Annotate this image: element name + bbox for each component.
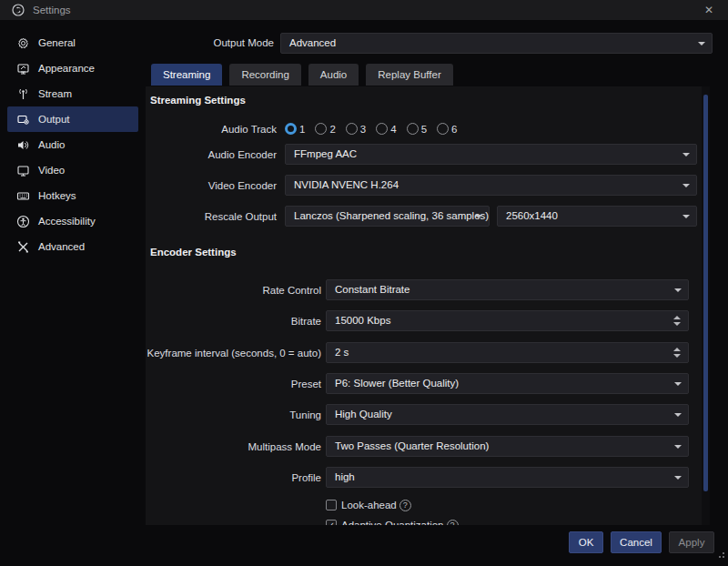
scrollbar-thumb[interactable] — [703, 95, 708, 491]
preset-label: Preset — [146, 379, 326, 389]
bitrate-label: Bitrate — [146, 316, 326, 327]
chevron-down-icon[interactable] — [673, 354, 681, 358]
sidebar-item-label: Output — [38, 114, 70, 125]
tab-audio[interactable]: Audio — [308, 64, 359, 86]
look-ahead-row: Look-ahead — [326, 498, 411, 512]
adaptive-quantization-row: Adaptive Quantization — [326, 518, 459, 525]
multipass-mode-select[interactable]: Two Passes (Quarter Resolution) — [326, 436, 689, 457]
chevron-down-icon — [674, 445, 682, 449]
rate-control-row: Rate Control Constant Bitrate — [146, 279, 689, 300]
profile-label: Profile — [146, 472, 326, 483]
chevron-down-icon — [475, 215, 482, 218]
adaptive-quantization-label: Adaptive Quantization — [341, 520, 444, 525]
tab-replay-buffer[interactable]: Replay Buffer — [366, 64, 452, 86]
audio-encoder-label: Audio Encoder — [146, 149, 285, 160]
radio-track-1[interactable] — [285, 123, 297, 135]
sidebar-item-hotkeys[interactable]: Hotkeys — [7, 183, 138, 208]
sidebar-item-video[interactable]: Video — [7, 157, 138, 183]
profile-select[interactable]: high — [326, 467, 689, 488]
tab-recording[interactable]: Recording — [229, 64, 300, 86]
antenna-icon — [16, 87, 30, 101]
look-ahead-checkbox[interactable] — [326, 500, 337, 510]
radio-track-5[interactable] — [407, 123, 419, 135]
rescale-resolution-select[interactable]: 2560x1440 — [497, 206, 697, 227]
chevron-down-icon — [674, 413, 682, 417]
encoder-settings-header: Encoder Settings — [150, 247, 237, 258]
output-tabs: Streaming Recording Audio Replay Buffer — [151, 64, 453, 86]
sidebar-item-accessibility[interactable]: Accessibility — [7, 208, 138, 234]
adaptive-quantization-checkbox[interactable] — [326, 520, 337, 525]
help-icon[interactable] — [447, 520, 459, 526]
tuning-label: Tuning — [146, 409, 326, 420]
sidebar-item-label: Video — [38, 165, 65, 176]
audio-track-row: Audio Track 1 2 3 4 5 6 — [146, 118, 467, 139]
bitrate-stepper[interactable]: 15000 Kbps — [326, 310, 689, 331]
output-icon — [16, 113, 30, 126]
sidebar-item-stream[interactable]: Stream — [7, 81, 138, 106]
keyframe-interval-stepper[interactable]: 2 s — [326, 342, 689, 363]
sidebar-item-output[interactable]: Output — [7, 106, 138, 132]
display-icon — [16, 164, 30, 177]
tab-streaming[interactable]: Streaming — [151, 64, 222, 86]
window-title: Settings — [33, 5, 71, 15]
obs-logo-icon — [12, 4, 25, 16]
multipass-mode-label: Multipass Mode — [146, 441, 326, 452]
rate-control-label: Rate Control — [146, 285, 326, 296]
keyframe-interval-label: Keyframe interval (seconds, 0 = auto) — [146, 348, 326, 359]
apply-button[interactable]: Apply — [669, 531, 714, 553]
video-encoder-row: Video Encoder NVIDIA NVENC H.264 — [146, 175, 697, 196]
accessibility-icon — [16, 215, 30, 228]
tuning-select[interactable]: High Quality — [326, 404, 689, 425]
radio-track-3[interactable] — [346, 123, 358, 135]
rate-control-select[interactable]: Constant Bitrate — [326, 279, 689, 300]
chevron-down-icon — [674, 288, 682, 292]
bitrate-row: Bitrate 15000 Kbps — [146, 310, 689, 331]
streaming-settings-header: Streaming Settings — [150, 95, 246, 106]
radio-track-6[interactable] — [437, 123, 449, 135]
rescale-output-row: Rescale Output Lanczos (Sharpened scalin… — [146, 206, 697, 227]
sidebar-item-appearance[interactable]: Appearance — [7, 56, 138, 81]
close-icon[interactable]: ✕ — [699, 0, 719, 20]
chevron-down-icon[interactable] — [673, 322, 681, 326]
audio-encoder-select[interactable]: FFmpeg AAC — [285, 144, 697, 165]
multipass-mode-row: Multipass Mode Two Passes (Quarter Resol… — [146, 436, 689, 457]
chevron-up-icon[interactable] — [673, 348, 681, 351]
output-mode-row: Output Mode Advanced — [146, 33, 719, 53]
chevron-down-icon — [682, 184, 690, 187]
keyframe-interval-row: Keyframe interval (seconds, 0 = auto) 2 … — [146, 342, 689, 363]
help-icon[interactable] — [399, 500, 411, 511]
chevron-down-icon — [682, 215, 690, 218]
video-encoder-select[interactable]: NVIDIA NVENC H.264 — [285, 175, 697, 196]
sidebar-item-label: Stream — [38, 88, 72, 99]
chevron-down-icon — [674, 382, 682, 386]
appearance-icon — [16, 62, 30, 76]
sidebar-item-label: Audio — [38, 139, 65, 150]
cancel-button[interactable]: Cancel — [611, 531, 662, 553]
sidebar-item-general[interactable]: General — [7, 30, 138, 56]
gear-icon — [16, 36, 30, 50]
keyboard-icon — [16, 189, 30, 203]
chevron-up-icon[interactable] — [673, 316, 681, 319]
resize-grip[interactable] — [717, 551, 724, 558]
sidebar-item-audio[interactable]: Audio — [7, 132, 138, 157]
radio-track-2[interactable] — [315, 123, 327, 135]
video-encoder-label: Video Encoder — [146, 180, 285, 191]
preset-select[interactable]: P6: Slower (Better Quality) — [326, 373, 689, 394]
sidebar-item-label: Appearance — [38, 63, 95, 74]
output-mode-select[interactable]: Advanced — [280, 33, 713, 54]
scrollbar-track[interactable] — [702, 86, 710, 525]
ok-button[interactable]: OK — [569, 531, 603, 553]
sidebar-item-label: Hotkeys — [38, 190, 76, 201]
tools-icon — [16, 240, 30, 254]
settings-panel: Streaming Settings Audio Track 1 2 3 4 5… — [146, 86, 703, 525]
audio-track-label: Audio Track — [146, 124, 285, 135]
radio-track-4[interactable] — [376, 123, 388, 135]
output-mode-label: Output Mode — [146, 37, 280, 48]
sidebar-item-label: Advanced — [38, 241, 85, 252]
profile-row: Profile high — [146, 467, 689, 488]
tuning-row: Tuning High Quality — [146, 404, 689, 425]
rescale-filter-select[interactable]: Lanczos (Sharpened scaling, 36 samples) — [285, 206, 490, 227]
sidebar-item-advanced[interactable]: Advanced — [7, 234, 138, 259]
audio-track-radios: 1 2 3 4 5 6 — [285, 123, 467, 135]
chevron-down-icon — [682, 153, 690, 157]
